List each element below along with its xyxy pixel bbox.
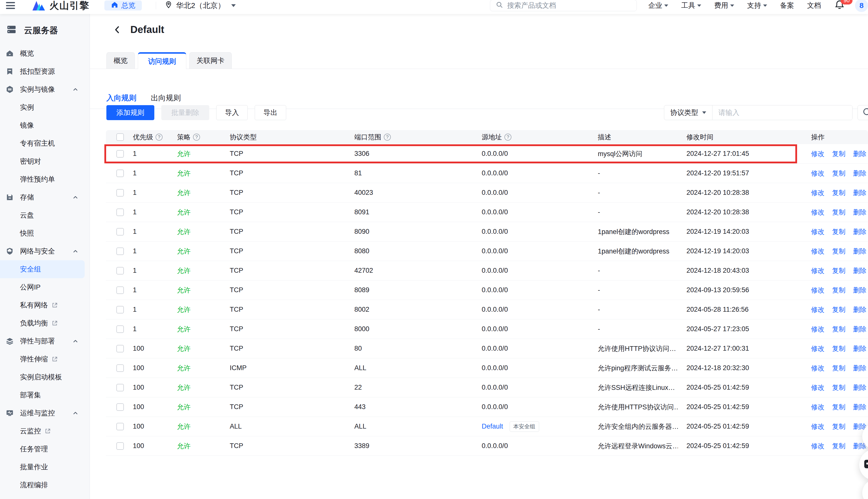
chevron-up-icon[interactable] [72, 338, 79, 344]
help-icon[interactable]: ? [193, 134, 200, 141]
delete-link[interactable]: 删除 [853, 188, 867, 197]
chevron-up-icon[interactable] [72, 248, 79, 255]
delete-link[interactable]: 删除 [853, 266, 867, 275]
delete-link[interactable]: 删除 [853, 169, 867, 178]
sidebar-item-弹性伸缩[interactable]: 弹性伸缩 [0, 350, 90, 368]
delete-link[interactable]: 删除 [853, 403, 867, 412]
batch-delete-button[interactable]: 批量删除 [161, 105, 209, 120]
delete-link[interactable]: 删除 [853, 247, 867, 256]
topbar-menu-item-企业[interactable]: 企业 [648, 1, 668, 10]
modify-link[interactable]: 修改 [811, 344, 824, 353]
select-all-checkbox[interactable] [117, 133, 124, 141]
topbar-menu-item-工具[interactable]: 工具 [681, 1, 701, 10]
menu-icon[interactable] [6, 2, 15, 9]
add-rule-button[interactable]: 添加规则 [106, 105, 154, 120]
sidebar-item-密钥对[interactable]: 密钥对 [0, 153, 90, 170]
delete-link[interactable]: 删除 [853, 364, 867, 373]
sidebar-item-弹性与部署[interactable]: 弹性与部署 [0, 332, 90, 350]
modify-link[interactable]: 修改 [811, 247, 824, 256]
topbar-menu-item-备案[interactable]: 备案 [780, 1, 794, 10]
delete-link[interactable]: 删除 [853, 325, 867, 334]
sidebar-item-运维与监控[interactable]: 运维与监控 [0, 404, 90, 422]
source-value[interactable]: Default [482, 423, 503, 430]
row-checkbox[interactable] [117, 364, 124, 372]
help-icon[interactable]: ? [384, 134, 391, 141]
copy-link[interactable]: 复制 [832, 149, 845, 158]
topbar-menu-item-文档[interactable]: 文档 [807, 1, 821, 10]
region-selector[interactable]: 华北2（北京） [164, 0, 236, 11]
row-checkbox[interactable] [117, 208, 124, 216]
sidebar-item-负载均衡[interactable]: 负载均衡 [0, 314, 90, 332]
sidebar-item-任务管理[interactable]: 任务管理 [0, 440, 90, 458]
copy-link[interactable]: 复制 [832, 364, 845, 373]
overview-nav-button[interactable]: 总览 [105, 0, 142, 11]
row-checkbox[interactable] [117, 423, 124, 430]
modify-link[interactable]: 修改 [811, 208, 824, 217]
row-checkbox[interactable] [117, 403, 124, 411]
sidebar-item-抵扣型资源[interactable]: 抵扣型资源 [0, 62, 90, 81]
topbar-menu-item-支持[interactable]: 支持 [747, 1, 767, 10]
sidebar-item-实例[interactable]: 实例 [0, 98, 90, 117]
refresh-button[interactable] [857, 105, 868, 120]
chevron-up-icon[interactable] [72, 86, 79, 93]
copy-link[interactable]: 复制 [832, 208, 845, 217]
help-icon[interactable]: ? [504, 134, 511, 141]
import-button[interactable]: 导入 [216, 105, 248, 120]
row-checkbox[interactable] [117, 150, 124, 158]
modify-link[interactable]: 修改 [811, 188, 824, 197]
sidebar-item-专有宿主机[interactable]: 专有宿主机 [0, 134, 90, 153]
delete-link[interactable]: 删除 [853, 149, 867, 158]
modify-link[interactable]: 修改 [811, 364, 824, 373]
sidebar-item-云盘[interactable]: 云盘 [0, 206, 90, 224]
copy-link[interactable]: 复制 [832, 247, 845, 256]
delete-link[interactable]: 删除 [853, 383, 867, 392]
sidebar-item-流程编排[interactable]: 流程编排 [0, 476, 90, 494]
modify-link[interactable]: 修改 [811, 383, 824, 392]
row-checkbox[interactable] [117, 228, 124, 235]
delete-link[interactable]: 删除 [853, 227, 867, 236]
sidebar-item-实例与镜像[interactable]: 实例与镜像 [0, 81, 90, 98]
row-checkbox[interactable] [117, 189, 124, 197]
notifications-button[interactable]: 90 [834, 0, 845, 12]
copy-link[interactable]: 复制 [832, 286, 845, 295]
row-checkbox[interactable] [117, 345, 124, 352]
avatar[interactable]: 8 [855, 0, 868, 12]
volcengine-logo[interactable]: 火山引擎 [32, 0, 89, 12]
delete-link[interactable]: 删除 [853, 344, 867, 353]
copy-link[interactable]: 复制 [832, 188, 845, 197]
row-checkbox[interactable] [117, 384, 124, 391]
copy-link[interactable]: 复制 [832, 403, 845, 412]
sidebar-item-云监控[interactable]: 云监控 [0, 422, 90, 440]
sidebar-item-弹性预约单[interactable]: 弹性预约单 [0, 170, 90, 188]
modify-link[interactable]: 修改 [811, 441, 824, 451]
chevron-up-icon[interactable] [72, 410, 79, 416]
tab-访问规则[interactable]: 访问规则 [138, 52, 186, 69]
copy-link[interactable]: 复制 [832, 422, 845, 431]
modify-link[interactable]: 修改 [811, 422, 824, 431]
tab-关联网卡[interactable]: 关联网卡 [189, 52, 232, 69]
back-button[interactable] [112, 25, 122, 35]
sidebar-item-部署集[interactable]: 部署集 [0, 386, 90, 404]
sidebar-item-实例启动模板[interactable]: 实例启动模板 [0, 368, 90, 386]
copy-link[interactable]: 复制 [832, 266, 845, 275]
row-checkbox[interactable] [117, 267, 124, 275]
modify-link[interactable]: 修改 [811, 286, 824, 295]
copy-link[interactable]: 复制 [832, 325, 845, 334]
filter-input[interactable] [712, 106, 852, 120]
export-button[interactable]: 导出 [255, 105, 286, 120]
copy-link[interactable]: 复制 [832, 169, 845, 178]
help-icon[interactable]: ? [156, 134, 162, 141]
delete-link[interactable]: 删除 [853, 286, 867, 295]
modify-link[interactable]: 修改 [811, 325, 824, 334]
sidebar-item-存储[interactable]: 存储 [0, 188, 90, 206]
row-checkbox[interactable] [117, 247, 124, 255]
sidebar-item-批量作业[interactable]: 批量作业 [0, 458, 90, 476]
row-checkbox[interactable] [117, 442, 124, 450]
row-checkbox[interactable] [117, 326, 124, 333]
copy-link[interactable]: 复制 [832, 441, 845, 451]
row-checkbox[interactable] [117, 170, 124, 177]
delete-link[interactable]: 删除 [853, 208, 867, 217]
copy-link[interactable]: 复制 [832, 344, 845, 353]
modify-link[interactable]: 修改 [811, 169, 824, 178]
row-checkbox[interactable] [117, 306, 124, 314]
